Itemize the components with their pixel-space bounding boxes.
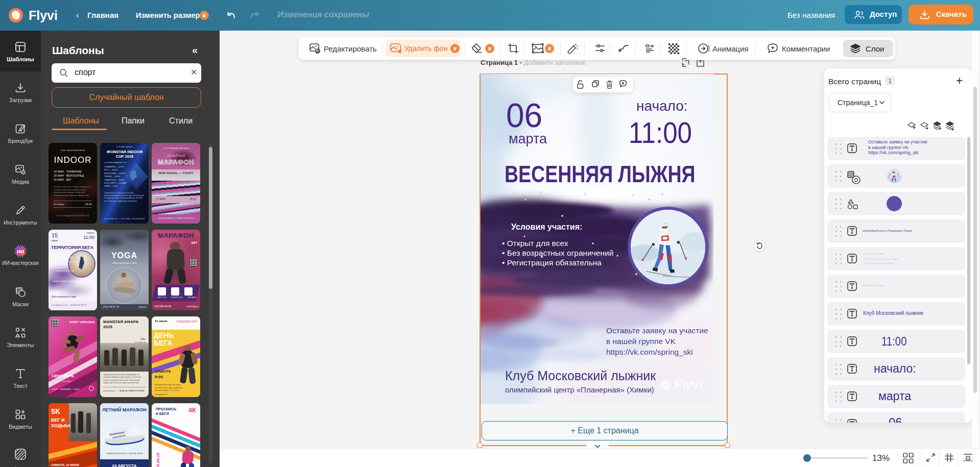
svg-text:0: 0 — [967, 457, 969, 460]
svg-text:ИИ: ИИ — [17, 249, 24, 254]
